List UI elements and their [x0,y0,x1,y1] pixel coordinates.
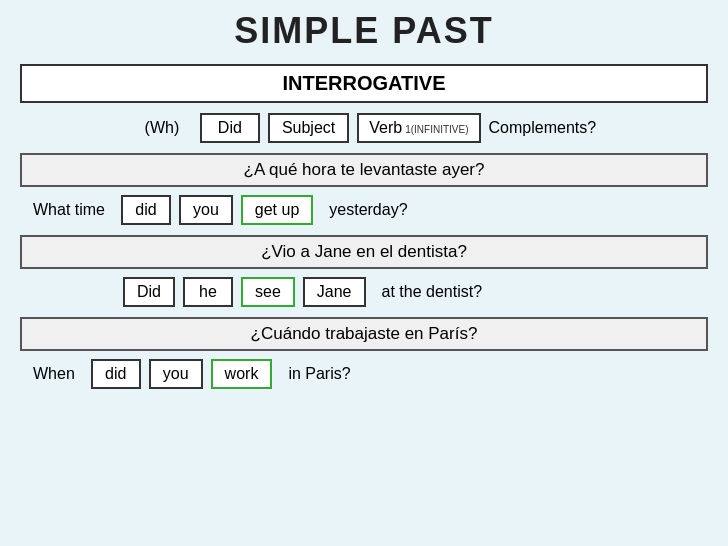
spanish-box-2: ¿Cuándo trabajaste en París? [20,317,708,351]
subject-cell: Subject [268,113,349,143]
spanish-box-1: ¿Vio a Jane en el dentista? [20,235,708,269]
examples-container: ¿A qué hora te levantaste ayer?What time… [20,153,708,399]
page-title: SIMPLE PAST [234,10,493,52]
wh-cell: (Wh) [132,115,192,141]
word-0-3: get up [241,195,313,225]
example-row-0: What timedidyouget upyesterday? [20,195,708,225]
word-2-2: you [149,359,203,389]
verb-cell: Verb 1(INFINITIVE) [357,113,480,143]
word-0-1: did [121,195,171,225]
did-cell: Did [200,113,260,143]
word-1-1: Did [123,277,175,307]
formula-row: (Wh) Did Subject Verb 1(INFINITIVE) Comp… [20,113,708,143]
example-row-2: Whendidyouworkin Paris? [20,359,708,389]
example-row-1: DidheseeJaneat the dentist? [20,277,708,307]
section-heading: INTERROGATIVE [20,64,708,103]
word-1-5: at the dentist? [374,279,491,305]
word-0-0: What time [25,197,113,223]
word-1-3: see [241,277,295,307]
word-0-4: yesterday? [321,197,415,223]
word-1-4: Jane [303,277,366,307]
word-2-3: work [211,359,273,389]
word-2-4: in Paris? [280,361,358,387]
word-2-0: When [25,361,83,387]
word-1-2: he [183,277,233,307]
word-0-2: you [179,195,233,225]
word-2-1: did [91,359,141,389]
spanish-box-0: ¿A qué hora te levantaste ayer? [20,153,708,187]
complements-cell: Complements? [489,119,597,137]
